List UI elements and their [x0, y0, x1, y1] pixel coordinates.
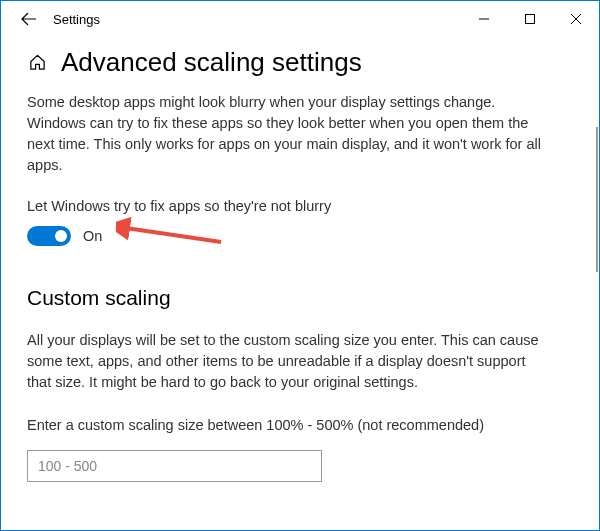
fix-blurry-toggle-label: Let Windows try to fix apps so they're n… [27, 198, 573, 214]
svg-rect-1 [526, 15, 535, 24]
custom-scaling-input[interactable] [27, 450, 322, 482]
arrow-left-icon [21, 11, 37, 27]
page-title: Advanced scaling settings [61, 47, 362, 78]
custom-scaling-heading: Custom scaling [27, 286, 573, 310]
maximize-button[interactable] [507, 3, 553, 35]
fix-blurry-toggle[interactable] [27, 226, 71, 246]
minimize-button[interactable] [461, 3, 507, 35]
titlebar: Settings [1, 1, 599, 37]
close-icon [571, 14, 581, 24]
window-buttons [461, 3, 599, 35]
minimize-icon [479, 14, 489, 24]
scaling-input-label: Enter a custom scaling size between 100%… [27, 415, 547, 436]
home-icon[interactable] [27, 53, 47, 73]
fix-blurry-toggle-row: On [27, 226, 573, 246]
page-header: Advanced scaling settings [27, 47, 573, 78]
titlebar-title: Settings [53, 12, 100, 27]
custom-scaling-description: All your displays will be set to the cus… [27, 330, 547, 393]
content-area: Advanced scaling settings Some desktop a… [1, 37, 599, 482]
maximize-icon [525, 14, 535, 24]
scrollbar-thumb[interactable] [596, 127, 598, 272]
toggle-knob [55, 230, 67, 242]
back-button[interactable] [9, 1, 49, 37]
blurry-apps-description: Some desktop apps might look blurry when… [27, 92, 547, 176]
close-button[interactable] [553, 3, 599, 35]
toggle-state-text: On [83, 228, 102, 244]
